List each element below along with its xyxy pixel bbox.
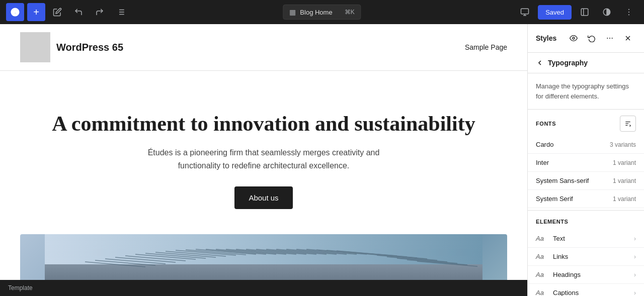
- headings-aa-label: Aa: [536, 271, 548, 278]
- elements-section-header: ELEMENTS: [528, 210, 644, 230]
- eye-icon: [570, 34, 578, 42]
- architecture-image: [20, 234, 507, 280]
- font-item-cardo[interactable]: Cardo 3 variants: [528, 136, 644, 154]
- svg-point-13: [628, 12, 629, 13]
- more-sidebar-button[interactable]: [602, 30, 618, 46]
- list-icon: [116, 8, 125, 17]
- wp-logo-icon: [10, 7, 20, 17]
- element-name-headings: Headings: [553, 271, 581, 278]
- theme-button[interactable]: [598, 3, 616, 21]
- site-nav-link: Sample Page: [465, 43, 507, 51]
- site-nav: Sample Page: [465, 43, 507, 52]
- close-sidebar-button[interactable]: [620, 30, 636, 46]
- font-name: Inter: [536, 159, 549, 166]
- font-name: Cardo: [536, 141, 553, 148]
- view-button[interactable]: [576, 3, 594, 21]
- history-icon: [588, 34, 596, 42]
- page-selector-icon: ▦: [289, 8, 296, 16]
- canvas-inner: A commitment to innovation and sustainab…: [0, 71, 527, 280]
- site-title: WordPress 65: [56, 42, 123, 53]
- element-headings[interactable]: Aa Headings ›: [528, 266, 644, 284]
- elements-label: ELEMENTS: [536, 219, 568, 225]
- styles-sidebar: Styles: [527, 24, 644, 296]
- site-header: WordPress 65 Sample Page: [0, 24, 527, 71]
- section-title: Typography: [548, 59, 588, 67]
- back-arrow-icon: [536, 59, 544, 67]
- hero-cta-button[interactable]: About us: [234, 186, 292, 209]
- canvas: WordPress 65 Sample Page A commitment to…: [0, 24, 527, 296]
- element-name-links: Links: [553, 253, 568, 260]
- hero-subtitle: Études is a pioneering firm that seamles…: [50, 146, 477, 172]
- element-name-text: Text: [553, 235, 565, 242]
- font-item-inter[interactable]: Inter 1 variant: [528, 154, 644, 172]
- redo-icon: [95, 8, 104, 17]
- sidebar-body: Manage the typography settings for diffe…: [528, 73, 644, 296]
- font-item-system-serif[interactable]: System Serif 1 variant: [528, 190, 644, 208]
- element-links[interactable]: Aa Links ›: [528, 248, 644, 266]
- close-icon: [624, 34, 632, 42]
- svg-point-51: [573, 37, 575, 39]
- element-captions[interactable]: Aa Captions ›: [528, 284, 644, 296]
- desktop-icon: [520, 8, 529, 17]
- element-name-captions: Captions: [553, 289, 579, 296]
- font-management-button[interactable]: [620, 116, 636, 132]
- font-management-icon: [624, 120, 631, 127]
- font-variants: 1 variant: [613, 159, 636, 166]
- font-name: System Sans-serif: [536, 177, 589, 184]
- element-text[interactable]: Aa Text ›: [528, 230, 644, 248]
- devices-button[interactable]: [516, 3, 534, 21]
- template-bar: Template: [0, 280, 527, 296]
- edit-icon: [53, 8, 62, 17]
- typography-section-header: Typography: [528, 53, 644, 73]
- add-button[interactable]: +: [27, 3, 45, 21]
- font-variants: 1 variant: [613, 177, 636, 184]
- svg-point-53: [609, 38, 610, 39]
- hero-image: [20, 234, 507, 280]
- history-button[interactable]: [584, 30, 600, 46]
- edit-button[interactable]: [48, 3, 66, 21]
- back-button[interactable]: Typography: [536, 59, 588, 67]
- links-aa-label: Aa: [536, 253, 548, 260]
- sidebar-title: Styles: [536, 34, 556, 42]
- font-item-system-sans[interactable]: System Sans-serif 1 variant: [528, 172, 644, 190]
- typography-description: Manage the typography settings for diffe…: [528, 73, 644, 110]
- svg-rect-16: [45, 264, 482, 280]
- svg-point-12: [628, 9, 629, 10]
- toolbar-left: +: [6, 3, 130, 21]
- more-icon: [624, 8, 633, 17]
- more-options-button[interactable]: [620, 3, 638, 21]
- hero-section: A commitment to innovation and sustainab…: [20, 101, 507, 219]
- chevron-right-icon: ›: [634, 271, 636, 278]
- ellipsis-icon: [606, 34, 614, 42]
- font-variants: 1 variant: [613, 195, 636, 203]
- chevron-right-icon: ›: [634, 253, 636, 260]
- list-view-button[interactable]: [112, 3, 130, 21]
- fonts-section-header: FONTS: [528, 110, 644, 136]
- svg-point-14: [628, 14, 629, 15]
- toolbar-center: ▦ Blog Home ⌘K: [283, 5, 361, 20]
- font-name: System Serif: [536, 195, 573, 203]
- toolbar-right: Saved: [516, 3, 638, 21]
- font-variants: 3 variants: [610, 141, 636, 148]
- toolbar: + ▦ Blog: [0, 0, 644, 24]
- fonts-label: FONTS: [536, 121, 556, 127]
- preview-styles-button[interactable]: [566, 30, 582, 46]
- redo-button[interactable]: [91, 3, 109, 21]
- captions-aa-label: Aa: [536, 289, 548, 296]
- svg-rect-6: [521, 9, 529, 14]
- undo-button[interactable]: [69, 3, 88, 21]
- main-area: WordPress 65 Sample Page A commitment to…: [0, 24, 644, 296]
- page-selector[interactable]: ▦ Blog Home ⌘K: [283, 5, 361, 20]
- svg-point-52: [607, 38, 608, 39]
- saved-button[interactable]: Saved: [538, 5, 572, 20]
- sidebar-header-icons: [566, 30, 636, 46]
- sidebar-header: Styles: [528, 24, 644, 53]
- undo-icon: [74, 8, 83, 17]
- svg-point-54: [612, 38, 613, 39]
- site-logo-area: WordPress 65: [20, 32, 123, 62]
- half-circle-icon: [602, 8, 611, 17]
- canvas-content[interactable]: A commitment to innovation and sustainab…: [0, 71, 527, 280]
- hero-title: A commitment to innovation and sustainab…: [50, 111, 477, 136]
- chevron-right-icon: ›: [634, 289, 636, 297]
- wp-logo-button[interactable]: [6, 3, 24, 21]
